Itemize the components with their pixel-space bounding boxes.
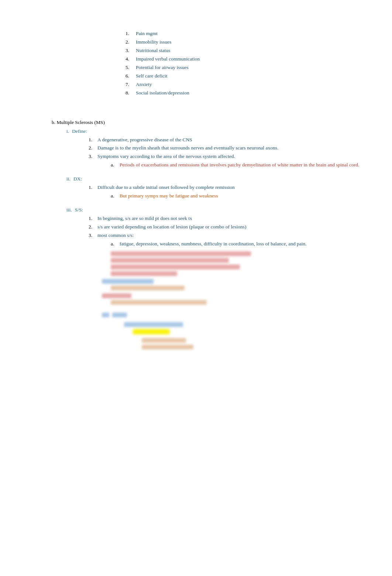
roman-item-dx: ii. DX: Difficult due to a subtle initia… bbox=[66, 176, 370, 200]
list-item-4: Impaired verbal communication bbox=[125, 55, 370, 63]
roman-numeral-iii: iii. bbox=[66, 207, 72, 213]
list-item-8: Social isolation/depression bbox=[125, 89, 370, 97]
dx-content: Difficult due to a subtle initial onset … bbox=[89, 183, 370, 200]
list-item-3: Nutritional status bbox=[125, 46, 370, 55]
top-list-container: Pain mgmt Immobility issues Nutritional … bbox=[125, 30, 370, 97]
ss-content: In beginning, s/s are so mild pt does no… bbox=[89, 214, 370, 349]
define-item-1: A degenerative, progressive disease of t… bbox=[89, 136, 370, 144]
ss-sub-item-a: fatigue, depression, weakness, numbness,… bbox=[111, 240, 370, 248]
dx-sub-item-a: But primary sympx may be fatigue and wea… bbox=[111, 192, 370, 200]
ss-item-3: most common s/s: fatigue, depression, we… bbox=[89, 231, 370, 248]
define-content: A degenerative, progressive disease of t… bbox=[89, 136, 370, 170]
list-item-2: Immobility issues bbox=[125, 38, 370, 46]
define-label: Define: bbox=[72, 128, 87, 134]
blurred-section-1 bbox=[102, 251, 370, 305]
define-list: A degenerative, progressive disease of t… bbox=[89, 136, 370, 170]
dx-label: DX: bbox=[73, 176, 82, 182]
list-item-1: Pain mgmt bbox=[125, 30, 370, 38]
list-item-5: Potential for airway issues bbox=[125, 63, 370, 72]
define-sub-item-a: Periods of exacerbations and remissions … bbox=[111, 161, 370, 169]
dx-item-1: Difficult due to a subtle initial onset … bbox=[89, 183, 370, 200]
ss-sub-list: fatigue, depression, weakness, numbness,… bbox=[111, 240, 370, 248]
section-b: b. Multiple Sclerosis (MS) i. Define: A … bbox=[44, 120, 370, 349]
ss-label: S/S: bbox=[75, 207, 83, 213]
dx-sub-list: But primary sympx may be fatigue and wea… bbox=[111, 192, 370, 200]
ss-item-2: s/s are varied depending on location of … bbox=[89, 223, 370, 231]
roman-item-ss: iii. S/S: In beginning, s/s are so mild … bbox=[66, 207, 370, 349]
define-sub-list: Periods of exacerbations and remissions … bbox=[111, 161, 370, 169]
roman-numeral-ii: ii. bbox=[66, 176, 71, 182]
define-item-2: Damage is to the myelin sheath that surr… bbox=[89, 144, 370, 152]
roman-item-define: i. Define: A degenerative, progressive d… bbox=[66, 128, 370, 170]
define-item-3: Symptoms vary according to the area of t… bbox=[89, 152, 370, 169]
blurred-section-2 bbox=[102, 311, 370, 349]
section-b-content: i. Define: A degenerative, progressive d… bbox=[66, 128, 370, 349]
roman-numeral-i: i. bbox=[66, 128, 69, 134]
page-content: Pain mgmt Immobility issues Nutritional … bbox=[44, 30, 370, 349]
ss-list: In beginning, s/s are so mild pt does no… bbox=[89, 214, 370, 248]
section-b-label: b. Multiple Sclerosis (MS) bbox=[52, 120, 370, 125]
ss-item-1: In beginning, s/s are so mild pt does no… bbox=[89, 214, 370, 223]
list-item-7: Anxiety bbox=[125, 80, 370, 89]
top-numbered-list: Pain mgmt Immobility issues Nutritional … bbox=[125, 30, 370, 97]
list-item-6: Self care deficit bbox=[125, 72, 370, 80]
dx-list: Difficult due to a subtle initial onset … bbox=[89, 183, 370, 200]
